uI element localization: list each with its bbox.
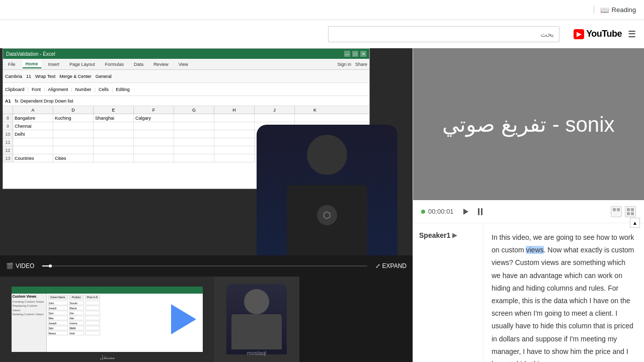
toolbar-cells: Cells [99, 87, 109, 92]
thumbnail-person-inner [226, 284, 287, 354]
toolbar-sep1: | [28, 87, 29, 92]
svg-rect-6 [631, 212, 634, 215]
book-icon: 📖 [600, 6, 609, 14]
highlight-views: views [526, 246, 543, 254]
thumbnail-area: Custom Views Creating Custom Views Displ… [0, 277, 413, 362]
youtube-header: ▶ YouTube ☰ [0, 20, 644, 48]
formula-cell-ref: A1 [5, 99, 11, 104]
speaker-name: Speaker1 [419, 231, 450, 239]
video-icon: 🎬 [6, 262, 14, 269]
main-content: DataValidation - Excel — □ ✕ File Home I… [0, 48, 644, 362]
svg-marker-0 [463, 209, 468, 215]
excel-title: DataValidation - Excel [6, 51, 55, 57]
svg-rect-2 [617, 208, 620, 211]
time-dot-icon [421, 210, 425, 214]
toolbar-size: 11 [26, 74, 31, 79]
toolbar-editing: Editing [116, 87, 130, 92]
svg-rect-1 [613, 208, 616, 211]
speaker-arrow-icon: ▶ [452, 232, 457, 239]
svg-rect-3 [627, 208, 630, 211]
youtube-logo: ▶ YouTube [574, 29, 622, 39]
ribbon-tab-pagelayout[interactable]: Page Layout [66, 61, 98, 68]
watermark: مستقل [100, 354, 115, 360]
toolbar-sep4: | [95, 87, 96, 92]
pause-bar-left [478, 208, 479, 215]
transcript-text: In this video, we are going to see how t… [484, 223, 644, 362]
top-bar: 📖 Reading [0, 0, 644, 20]
scroll-up-arrow[interactable]: ▲ [630, 218, 640, 228]
progress-bar[interactable] [42, 265, 367, 266]
hamburger-menu[interactable]: ☰ [628, 29, 636, 40]
person-overlay: ⬡ [242, 48, 413, 255]
sonix-panel: sonix - تفريغ صوتي [413, 48, 644, 200]
main-video-inner: DataValidation - Excel — □ ✕ File Home I… [0, 48, 413, 255]
pause-button[interactable] [478, 208, 482, 215]
transcript-section: 00:00:01 [413, 200, 644, 362]
ribbon-tab-formulas[interactable]: Formulas [102, 61, 127, 68]
col-a: A [13, 106, 53, 114]
youtube-logo-icon: ▶ [574, 29, 584, 39]
ribbon-tab-view[interactable]: View [176, 61, 191, 68]
ribbon-tab-data[interactable]: Data [131, 61, 146, 68]
reading-mode-label: Reading [612, 6, 636, 14]
search-bar-container [318, 26, 559, 42]
layout-icons [611, 206, 636, 217]
search-input[interactable] [328, 26, 559, 42]
toolbar-font: Cambria [5, 74, 22, 79]
col-g: G [174, 106, 214, 114]
toolbar-font-group: Font [32, 87, 41, 92]
layout-icon-1-svg [613, 208, 620, 215]
thumbnail-main[interactable]: Custom Views Creating Custom Views Displ… [0, 277, 214, 362]
left-panel: DataValidation - Excel — □ ✕ File Home I… [0, 48, 413, 362]
toolbar-wrap: Wrap Text [35, 74, 55, 79]
youtube-logo-text: YouTube [586, 29, 622, 39]
ribbon-tab-review[interactable]: Review [150, 61, 172, 68]
layout-icon-1[interactable] [611, 206, 622, 217]
toolbar-merge: Merge & Center [59, 74, 92, 79]
svg-rect-5 [627, 212, 630, 215]
transcript-body: Speaker1 ▶ In this video, we are going t… [413, 223, 644, 362]
layout-icon-2-svg [627, 208, 634, 215]
toolbar-alignment: Alignment [48, 87, 68, 92]
video-controls-bar: 🎬 VIDEO ⤢ EXPAND [0, 255, 413, 277]
expand-ctrl-btn[interactable]: ⤢ EXPAND [375, 262, 407, 269]
toolbar-sep2: | [44, 87, 45, 92]
col-e: E [94, 106, 134, 114]
thumbnail-person: mostaql [214, 277, 299, 362]
toolbar-sep5: | [112, 87, 113, 92]
play-overlay [169, 304, 199, 334]
right-panel: sonix - تفريغ صوتي 00:00:01 [413, 48, 644, 362]
toolbar-sep3: | [71, 87, 72, 92]
toolbar-clipboard: Clipboard [5, 87, 25, 92]
speaker-label: Speaker1 ▶ [419, 231, 477, 239]
formula-sep: fx [15, 99, 19, 104]
ribbon-tab-insert[interactable]: Insert [45, 61, 63, 68]
person-silhouette: ⬡ [257, 125, 397, 255]
ribbon-tab-home[interactable]: Home [23, 60, 41, 68]
col-d: D [53, 106, 94, 114]
main-video[interactable]: DataValidation - Excel — □ ✕ File Home I… [0, 48, 413, 255]
expand-icon: ⤢ [375, 262, 380, 269]
svg-rect-4 [631, 208, 634, 211]
toolbar-number: Number [75, 87, 92, 92]
play-triangle-icon [171, 304, 196, 334]
formula-content: Dependent Drop Down list [21, 99, 73, 104]
timestamp-text: 00:00:01 [428, 208, 454, 215]
time-display: 00:00:01 [421, 208, 454, 215]
reading-mode-indicator: 📖 Reading [594, 6, 636, 14]
video-ctrl-btn[interactable]: 🎬 VIDEO [6, 262, 34, 269]
col-f: F [134, 106, 174, 114]
expand-label: EXPAND [382, 262, 407, 269]
toolbar-general: General [96, 74, 112, 79]
sonix-heading: sonix - تفريغ صوتي [442, 112, 614, 137]
video-label: VIDEO [16, 262, 34, 269]
transcript-controls: 00:00:01 [413, 200, 644, 223]
play-button[interactable] [460, 206, 472, 218]
mostaql-watermark: mostaql [247, 350, 267, 356]
ribbon-tab-file[interactable]: File [5, 61, 19, 68]
pause-bar-right [481, 208, 482, 215]
thumb-excel-header [12, 287, 203, 294]
speaker-column: Speaker1 ▶ [413, 223, 484, 362]
layout-icon-2[interactable] [625, 206, 636, 217]
